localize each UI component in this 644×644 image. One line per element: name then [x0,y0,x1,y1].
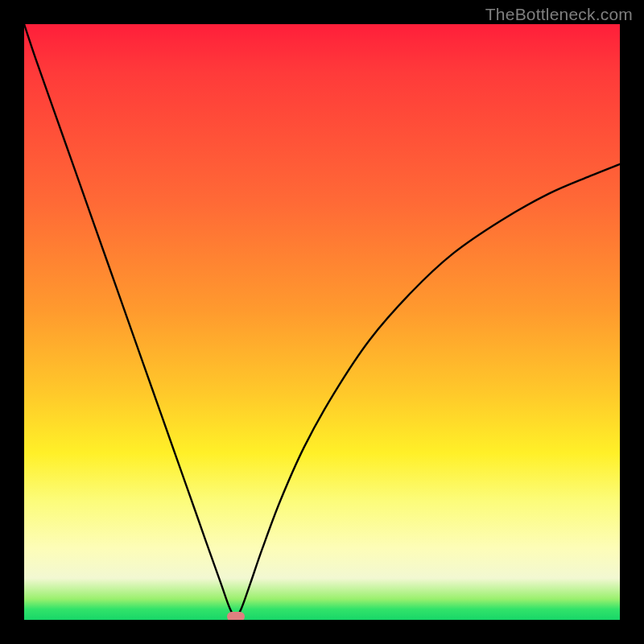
optimal-point-marker [227,612,245,620]
heat-gradient-background [24,24,620,620]
watermark-text: TheBottleneck.com [485,5,633,24]
outer-frame: TheBottleneck.com [0,0,644,644]
plot-area [24,24,620,620]
